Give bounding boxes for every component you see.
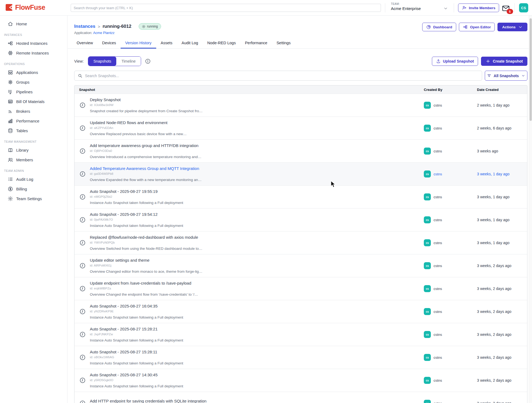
tables-icon	[8, 128, 13, 134]
snapshot-search-input[interactable]	[85, 74, 479, 78]
view-toggle-timeline[interactable]: Timeline	[116, 57, 141, 66]
table-row[interactable]: Auto Snapshot - 2025-08-27 16:04:35id: y…	[74, 300, 527, 323]
view-toggle-snapshots[interactable]: Snapshots	[88, 57, 116, 66]
table-row[interactable]: Auto Snapshot - 2025-08-27 15:28:11id: o…	[74, 346, 527, 369]
table-row[interactable]: Deploy Snapshotid: X3o6Bw1k9WSnapshot cr…	[74, 94, 527, 117]
user-avatar[interactable]: CS	[519, 3, 528, 12]
date-created: 3 weeks, 2 days ago	[477, 277, 527, 300]
sidebar-item-label: Team Settings	[16, 196, 42, 201]
dashboard-label: Dashboard	[433, 25, 452, 29]
table-row[interactable]: Auto Snapshot - 2025-08-27 19:54:12id: 0…	[74, 208, 527, 231]
audit-log-icon	[8, 176, 13, 182]
team-settings-icon	[8, 196, 13, 202]
application-link[interactable]: Acme Plantzz	[93, 31, 114, 35]
snapshot-title[interactable]: Update editor settings and theme	[90, 258, 202, 263]
sidebar-item-brokers[interactable]: Brokers	[0, 106, 67, 116]
sidebar-item-billing[interactable]: Billing	[0, 184, 67, 194]
application-label: Application:	[74, 31, 92, 35]
sidebar-item-label: Library	[16, 148, 29, 152]
sidebar-item-groups[interactable]: Groups	[0, 77, 67, 87]
snapshot-title[interactable]: Updated Node-RED flows and environment	[90, 120, 187, 125]
snapshot-title[interactable]: Add temperature awareness group and HTTP…	[90, 143, 201, 148]
plus-icon	[486, 59, 490, 64]
table-row[interactable]: Replaced @flowfuse/node-red-dashboard wi…	[74, 231, 527, 254]
billing-icon	[8, 186, 13, 192]
snapshot-title[interactable]: Auto Snapshot - 2025-08-27 15:28:11	[90, 350, 183, 354]
table-row[interactable]: Auto Snapshot - 2025-08-27 14:30:45id: y…	[74, 369, 527, 392]
snapshot-title[interactable]: Update endpoint from /save-credentials t…	[90, 281, 198, 286]
snapshot-id: id: nMGP0jZ6dJ	[90, 195, 183, 198]
snapshot-id: id: AlRPoMX61j	[90, 264, 202, 267]
creator-avatar: cs	[424, 125, 431, 132]
person-plus-icon	[462, 5, 467, 10]
creator-name: cstns	[434, 126, 442, 130]
sidebar-item-remote-instances[interactable]: Remote Instances	[0, 48, 67, 58]
snapshot-title[interactable]: Auto Snapshot - 2025-08-27 16:04:35	[90, 304, 183, 309]
create-snapshot-button[interactable]: Create Snapshot	[481, 57, 527, 66]
tab-audit-log[interactable]: Audit Log	[177, 38, 203, 49]
all-snapshots-dropdown[interactable]: All Snapshots	[485, 71, 527, 81]
snapshot-description: Instance Auto Snapshot taken following a…	[90, 224, 183, 228]
table-row[interactable]: Updated Node-RED flows and environmentid…	[74, 117, 527, 139]
breadcrumb: Instances > running-6012 running	[74, 23, 161, 30]
tab-node-red-logs[interactable]: Node-RED Logs	[203, 38, 240, 49]
snapshot-title[interactable]: Auto Snapshot - 2025-08-27 14:30:45	[90, 373, 183, 377]
dashboard-button[interactable]: Dashboard	[422, 23, 456, 31]
sidebar-item-bill-of-materials[interactable]: Bill Of Materials	[0, 97, 67, 106]
snapshot-id: id: X3o6Bw1k9W	[90, 103, 203, 107]
creator-avatar: cs	[424, 285, 431, 292]
sidebar-item-label: Home	[16, 22, 27, 26]
snapshot-title[interactable]: Replaced @flowfuse/node-red-dashboard wi…	[90, 235, 202, 240]
date-created: 3 weeks, 2 days ago	[477, 392, 527, 403]
sidebar-section-label-operations: OPERATIONS	[4, 62, 67, 66]
tab-assets[interactable]: Assets	[156, 38, 177, 49]
open-editor-button[interactable]: Open Editor	[459, 23, 495, 31]
snapshot-title[interactable]: Add HTTP endpoint for saving credentials…	[90, 399, 206, 403]
global-search-input[interactable]	[71, 4, 381, 12]
tab-performance[interactable]: Performance	[240, 38, 272, 49]
breadcrumb-instances-link[interactable]: Instances	[74, 24, 95, 29]
info-icon[interactable]	[145, 58, 151, 64]
sidebar-item-team-settings[interactable]: Team Settings	[0, 194, 67, 203]
snapshot-title[interactable]: Added Temperature Awareness Group and MQ…	[90, 166, 202, 171]
sidebar-item-tables[interactable]: Tables	[0, 126, 67, 135]
creator-name: cstns	[434, 356, 442, 360]
sidebar-item-pipelines[interactable]: Pipelines	[0, 87, 67, 97]
tab-settings[interactable]: Settings	[272, 38, 295, 49]
sidebar-item-home[interactable]: Home	[0, 19, 67, 29]
header-actions: Dashboard Open Editor Actions	[422, 23, 527, 31]
snapshot-title[interactable]: Auto Snapshot - 2025-08-27 15:28:21	[90, 327, 183, 332]
team-selector[interactable]: TEAM: Acme Enterprise	[391, 2, 421, 11]
sidebar-item-applications[interactable]: Applications	[0, 67, 67, 77]
sidebar-section-label-team-management: TEAM MANAGEMENT	[4, 140, 67, 143]
bill-of-materials-icon	[8, 99, 13, 104]
sidebar-item-label: Remote Instances	[16, 51, 49, 55]
sidebar-item-performance[interactable]: Performance	[0, 116, 67, 126]
flowfuse-logo[interactable]: FlowFuse	[5, 4, 45, 11]
table-row[interactable]: Update editor settings and themeid: AlRP…	[74, 254, 527, 277]
sidebar-item-members[interactable]: Members	[0, 155, 67, 165]
invite-members-button[interactable]: Invite Members	[458, 4, 499, 12]
chevron-down-icon[interactable]	[443, 6, 448, 11]
upload-snapshot-button[interactable]: Upload Snapshot	[432, 57, 478, 66]
clock-icon	[79, 400, 86, 403]
sidebar-item-hosted-instances[interactable]: Hosted Instances	[0, 38, 67, 48]
sidebar-item-library[interactable]: Library	[0, 145, 67, 155]
table-row[interactable]: Update endpoint from /save-credentials t…	[74, 277, 527, 300]
tab-version-history[interactable]: Version History	[121, 38, 156, 49]
table-row[interactable]: Add temperature awareness group and HTTP…	[74, 139, 527, 162]
tab-devices[interactable]: Devices	[97, 38, 121, 49]
table-row[interactable]: Auto Snapshot - 2025-08-27 15:28:21id: J…	[74, 323, 527, 346]
snapshot-title[interactable]: Auto Snapshot - 2025-08-27 19:54:12	[90, 212, 183, 217]
snapshot-title[interactable]: Deploy Snapshot	[90, 97, 203, 102]
page-scrollbar[interactable]	[529, 16, 532, 403]
scrollbar-thumb[interactable]	[530, 18, 532, 121]
tab-overview[interactable]: Overview	[72, 38, 97, 49]
actions-button[interactable]: Actions	[497, 23, 527, 31]
table-row[interactable]: Auto Snapshot - 2025-08-27 19:55:19id: n…	[74, 185, 527, 208]
table-row[interactable]: Add HTTP endpoint for saving credentials…	[74, 392, 527, 403]
table-row[interactable]: Added Temperature Awareness Group and MQ…	[74, 162, 527, 185]
sidebar-item-audit-log[interactable]: Audit Log	[0, 174, 67, 184]
snapshot-title[interactable]: Auto Snapshot - 2025-08-27 19:55:19	[90, 189, 183, 194]
creator-name: cstns	[434, 149, 442, 153]
